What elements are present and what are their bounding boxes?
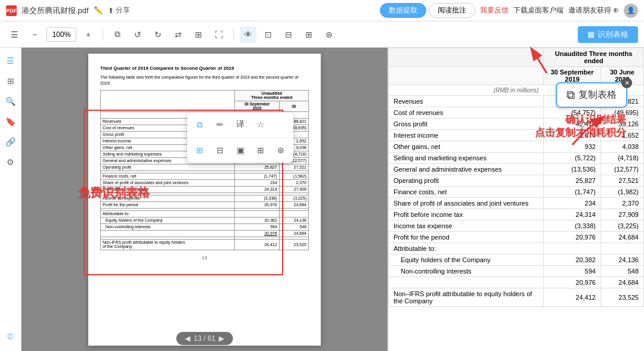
toolbar-rotate-right-icon[interactable]: ↻: [150, 26, 166, 43]
pdf-area: Third Quarter of 2019 Compared to Second…: [21, 48, 388, 351]
ft-copy-icon[interactable]: ⧉: [191, 116, 209, 133]
toolbar-ocr-icon-c[interactable]: ⊞: [301, 26, 317, 43]
toolbar-plus-icon[interactable]: +: [80, 26, 97, 43]
right-table-cell-label: Interest income: [389, 130, 544, 141]
tab-read-annotate[interactable]: 阅读批注: [429, 3, 475, 18]
right-table-cell-label: [389, 277, 544, 288]
right-table-cell-v1: 594: [544, 266, 601, 277]
toolbar-eye-icon[interactable]: 👁: [240, 26, 256, 43]
toolbar-rotate-left-icon[interactable]: ↺: [129, 26, 146, 43]
toolbar-copy-icon[interactable]: ⧉: [109, 26, 126, 43]
sidebar-bookmark-icon[interactable]: 🔖: [2, 113, 19, 130]
right-table-cell-label: Other gains, net: [389, 141, 544, 153]
right-table-cell-v2: (49,695): [600, 107, 643, 119]
top-bar-center: 数据提取 阅读批注: [380, 3, 475, 18]
right-table-cell-v2: 39,126: [600, 119, 643, 130]
table-row: 20,97624,684: [101, 230, 309, 237]
ocr-label: 识别表格: [597, 29, 628, 40]
toolbar-flip-icon[interactable]: ⇄: [170, 26, 187, 43]
right-table-header-row: Unaudited Three months ended: [389, 48, 644, 67]
page-next-icon[interactable]: ▶: [219, 334, 224, 343]
toolbar-fullscreen-icon[interactable]: ⛶: [210, 26, 227, 43]
ft-row-1: ⧉ ✏ 译 ☆: [191, 116, 290, 133]
toolbar-ocr-icon-d[interactable]: ⊛: [321, 26, 338, 43]
right-table-cell-v1: 25,827: [544, 175, 601, 187]
copy-table-button[interactable]: ⧉ 复制表格: [556, 82, 627, 108]
pdf-page: Third Quarter of 2019 Compared to Second…: [88, 54, 321, 346]
right-table-row: Interest income1,6741,652: [389, 130, 644, 141]
right-table-cell-v2: (12,577): [600, 164, 643, 175]
download-btn[interactable]: 下载桌面客户端: [513, 5, 564, 15]
left-sidebar: ☰ ⊞ 🔍 🔖 🔗 ⚙ ©: [0, 48, 21, 351]
toolbar-ocr-icon-b[interactable]: ⊟: [280, 26, 297, 43]
ft-table3-icon[interactable]: ▣: [231, 141, 249, 159]
table-row: Finance costs, net(1,747)(1,982): [101, 173, 309, 179]
table-row: Operating profit25,82727,521: [101, 164, 309, 170]
right-table-cell-label: Selling and marketing expenses: [389, 153, 544, 164]
page-prev-icon[interactable]: ◀: [185, 334, 190, 343]
right-table-row: Share of profit of associates and joint …: [389, 198, 644, 209]
toolbar-grid-icon[interactable]: ⊞: [190, 26, 207, 43]
avatar[interactable]: 👤: [624, 4, 638, 18]
top-bar-left: PDF 港交所腾讯财报.pdf ✏️ ⬆ 分享: [6, 5, 375, 16]
ocr-button[interactable]: ▦ 识别表格: [578, 26, 638, 43]
toolbar-menu-icon[interactable]: ☰: [6, 26, 23, 43]
sidebar-connections-icon[interactable]: ⚙: [2, 154, 19, 170]
right-table-cell-v2: 27,521: [600, 175, 643, 187]
ft-star-icon[interactable]: ☆: [252, 116, 270, 133]
table-row: Share of profit of associates and joint …: [101, 179, 309, 186]
right-table-cell-v1: 42,479: [544, 119, 601, 130]
right-table-cell-label: Gross profit: [389, 119, 544, 130]
edit-icon[interactable]: ✏️: [94, 6, 103, 15]
right-table-cell-label: Attributable to:: [389, 243, 544, 254]
right-table-cell-v2: 548: [600, 266, 643, 277]
sidebar-plugin-icon[interactable]: ©: [2, 328, 19, 345]
right-table-row: Income tax expense(3,338)(3,225): [389, 220, 644, 232]
right-table-cell-v1: 234: [544, 198, 601, 209]
sidebar-menu-icon[interactable]: ☰: [2, 52, 19, 69]
page-indicator: 13 / 61: [194, 334, 216, 343]
right-table-cell-label: Revenues: [389, 96, 544, 107]
file-icon: PDF: [6, 5, 17, 16]
ft-table2-icon[interactable]: ⊟: [211, 141, 229, 159]
zoom-input[interactable]: [47, 27, 76, 42]
right-table-cell-v1: (3,338): [544, 220, 601, 232]
right-table-cell-label: Profit for the period: [389, 232, 544, 243]
toolbar-divider-1: [103, 29, 103, 41]
right-table-body: Revenues97,23688,821Cost of revenues(54,…: [389, 96, 644, 307]
tab-data-extract[interactable]: 数据提取: [380, 3, 426, 18]
right-table-cell-label: Profit before income tax: [389, 209, 544, 220]
sidebar-search-icon[interactable]: 🔍: [2, 93, 19, 110]
close-overlay-button[interactable]: ✕: [621, 77, 632, 88]
toolbar-divider-2: [233, 29, 234, 41]
ft-table-icon[interactable]: ⊞: [191, 141, 209, 159]
feedback-btn[interactable]: 我要反馈: [480, 5, 509, 15]
toolbar-minus-icon[interactable]: −: [26, 26, 43, 43]
toolbar-ocr-icon-a[interactable]: ⊡: [260, 26, 277, 43]
share-btn[interactable]: ⬆ 分享: [108, 5, 130, 15]
right-table-cell-v1: 24,314: [544, 209, 601, 220]
invite-btn[interactable]: 邀请朋友获得 ⊕: [568, 5, 619, 15]
ft-edit-icon[interactable]: ✏: [211, 116, 229, 133]
right-table-row: General and administrative expenses(13,5…: [389, 164, 644, 175]
copy-icon: ⧉: [566, 88, 575, 102]
right-table-row: Non–IFRS profit attributable to equity h…: [389, 288, 644, 307]
right-table-cell-v2: (1,982): [600, 187, 643, 198]
right-table-main-header: Unaudited Three months ended: [544, 48, 644, 67]
ft-translate-icon[interactable]: 译: [231, 116, 249, 133]
sidebar-link-icon[interactable]: 🔗: [2, 133, 19, 150]
right-table-cell-v2: (4,718): [600, 153, 643, 164]
right-table-cell-v1: 20,976: [544, 277, 601, 288]
right-table-cell-v1: 932: [544, 141, 601, 153]
ft-table4-icon[interactable]: ⊞: [252, 141, 270, 159]
sidebar-thumb-icon[interactable]: ⊞: [2, 73, 19, 89]
table-row: Equity holders of the Company20,38224,13…: [101, 217, 309, 223]
right-table-row: Profit before income tax24,31427,909: [389, 209, 644, 220]
table-row: Attributable to:: [101, 210, 309, 217]
ft-table5-icon[interactable]: ⊛: [272, 141, 290, 159]
share-icon: ⬆: [108, 7, 114, 15]
right-table-cell-label: Non-controlling interests: [389, 266, 544, 277]
filename: 港交所腾讯财报.pdf: [21, 5, 89, 16]
right-table-cell-v2: 23,525: [600, 288, 643, 307]
right-table-cell-v2: 4,038: [600, 141, 643, 153]
